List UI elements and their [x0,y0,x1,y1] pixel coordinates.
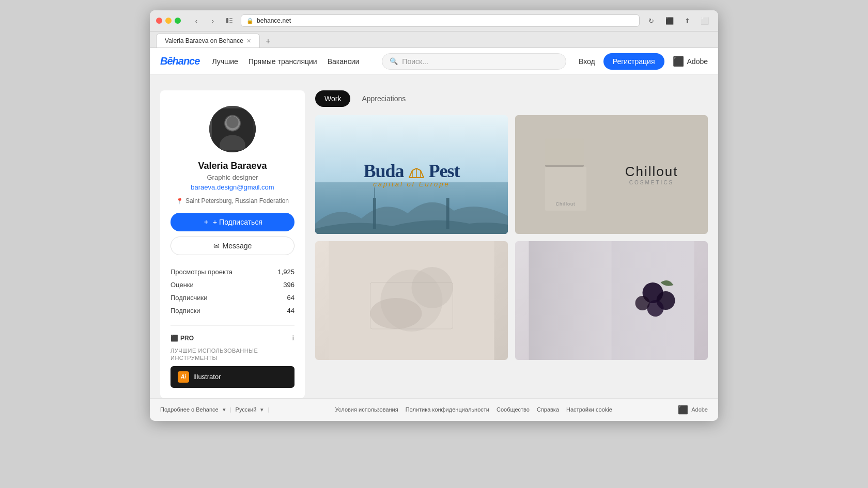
new-tab-button[interactable]: + [262,35,274,48]
search-bar[interactable]: 🔍 Поиск... [382,53,566,70]
avatar [209,106,256,152]
adobe-logo[interactable]: ⬛ Adobe [673,56,708,67]
stat-value-following: 44 [287,307,295,314]
footer-sep2: | [268,406,269,413]
browser-titlebar: ‹ › 🔒 behance.net ↻ ⬛ ⬆ ⬜ [150,10,718,32]
follow-button[interactable]: ＋ + Подписаться [171,213,295,231]
pro-section: ⬛ PRO ℹ ЛУЧШИЕ ИСПОЛЬЗОВАННЫЕ ИНСТРУМЕНТ… [171,325,295,388]
svg-rect-14 [373,198,376,229]
project-card-bottom-right[interactable] [515,241,708,360]
project-card-chillout[interactable]: Chillout Chillout COSMETICS [515,115,708,234]
refresh-button[interactable]: ↻ [644,14,658,27]
close-button[interactable] [156,18,162,24]
tab-work[interactable]: Work [315,90,350,107]
bridge-icon [408,165,425,180]
user-title: Graphic designer [207,174,258,181]
active-tab[interactable]: Valeria Baraeva on Behance ✕ [156,34,260,48]
stat-row-views: Просмотры проекта 1,925 [171,265,295,278]
pro-info-icon[interactable]: ℹ [292,334,295,342]
follow-plus-icon: ＋ [203,217,210,227]
sidebar-toggle-button[interactable] [222,14,237,27]
svg-point-19 [370,298,422,329]
user-location: 📍 Saint Petersburg, Russian Federation [176,197,289,204]
jar-body: Chillout [545,167,586,211]
project-card-bottom-left[interactable] [315,241,508,360]
adobe-icon: ⬛ [673,56,684,67]
logo-text: Bēhance [160,55,199,67]
user-email[interactable]: baraeva.design@gmail.com [191,183,274,191]
footer-cookies-link[interactable]: Настройки cookie [566,406,612,413]
stat-row-followers: Подписчики 64 [171,291,295,304]
nav-live[interactable]: Прямые трансляции [249,57,317,66]
tab-appreciations[interactable]: Appreciations [352,90,415,107]
portfolio-grid: Buda Pest capital of Europe [315,115,708,360]
illustrator-label: Illustrator [193,373,221,381]
pro-header: ⬛ PRO ℹ [171,334,295,342]
forward-button[interactable]: › [206,14,220,27]
minimize-button[interactable] [165,18,172,24]
portfolio-area: Work Appreciations Buda [315,90,708,398]
footer-adobe-label: Adobe [691,406,708,413]
pro-badge: ⬛ PRO [171,335,194,342]
login-button[interactable]: Вход [579,57,595,66]
search-placeholder: Поиск... [402,57,428,66]
search-icon: 🔍 [390,57,398,65]
behance-logo[interactable]: Bēhance [160,55,199,67]
register-button[interactable]: Регистрация [603,53,664,70]
budapest-buda: Buda [363,161,408,181]
message-icon: ✉ [213,242,220,250]
stat-row-following: Подписки 44 [171,304,295,317]
behance-navbar: Bēhance Лучшие Прямые трансляции Ваканси… [150,48,718,75]
tab-title: Valeria Baraeva on Behance [165,37,243,44]
budapest-title-text: Buda Pest capital of Europe [363,162,459,188]
adobe-label: Adobe [687,57,708,66]
browser-nav: ‹ › [189,14,237,27]
footer-about-link[interactable]: Подробнее о Behance [160,406,219,413]
user-name: Valeria Baraeva [198,161,267,171]
chillout-title: Chillout [625,164,678,180]
stat-label-views: Просмотры проекта [171,268,233,276]
profile-sidebar: Valeria Baraeva Graphic designer baraeva… [160,90,305,398]
svg-rect-2 [229,20,233,21]
location-icon: 📍 [176,198,183,204]
footer-community-link[interactable]: Сообщество [497,406,530,413]
maximize-button[interactable] [175,18,181,24]
svg-point-27 [636,296,650,310]
new-tab-button[interactable]: ⬜ [698,14,712,27]
footer-privacy-link[interactable]: Политика конфиденциальности [406,406,489,413]
tab-close-icon[interactable]: ✕ [246,38,251,44]
footer-lang-arrow: ▾ [260,406,264,413]
browser-window: ‹ › 🔒 behance.net ↻ ⬛ ⬆ ⬜ Valeria Bara [150,10,718,421]
svg-rect-15 [446,198,450,229]
nav-links: Лучшие Прямые трансляции Вакансии [212,57,359,66]
budapest-bridge [315,182,508,234]
footer-lang-link[interactable]: Русский [236,406,257,413]
extensions-button[interactable]: ⬛ [662,14,677,27]
chillout-text: Chillout COSMETICS [625,164,678,185]
traffic-lights [156,18,181,24]
nav-best[interactable]: Лучшие [212,57,238,66]
url-bar[interactable]: 🔒 behance.net [241,14,640,27]
footer-help-link[interactable]: Справка [537,406,559,413]
portfolio-tabs: Work Appreciations [315,90,708,107]
share-button[interactable]: ⬆ [680,14,694,27]
svg-rect-3 [229,22,233,23]
stat-label-followers: Подписчики [171,294,208,302]
url-text: behance.net [257,17,291,24]
message-button[interactable]: ✉ Message [171,237,295,255]
nav-right: Вход Регистрация ⬛ Adobe [579,53,708,70]
pro-label: PRO [180,335,194,342]
budapest-subtitle: capital of Europe [363,180,459,188]
footer-terms-link[interactable]: Условия использования [335,406,398,413]
stat-value-ratings: 396 [283,281,295,289]
illustrator-badge: Ai Illustrator [171,366,295,388]
nav-jobs[interactable]: Вакансии [328,57,360,66]
back-button[interactable]: ‹ [189,14,204,27]
chillout-subtitle: COSMETICS [625,180,678,185]
project-card-budapest[interactable]: Buda Pest capital of Europe [315,115,508,234]
footer-center: Условия использования Политика конфиденц… [335,406,612,413]
stat-value-followers: 64 [287,294,295,302]
follow-label: + Подписаться [213,218,262,226]
food-visual [515,241,708,360]
ai-icon: Ai [178,371,189,383]
